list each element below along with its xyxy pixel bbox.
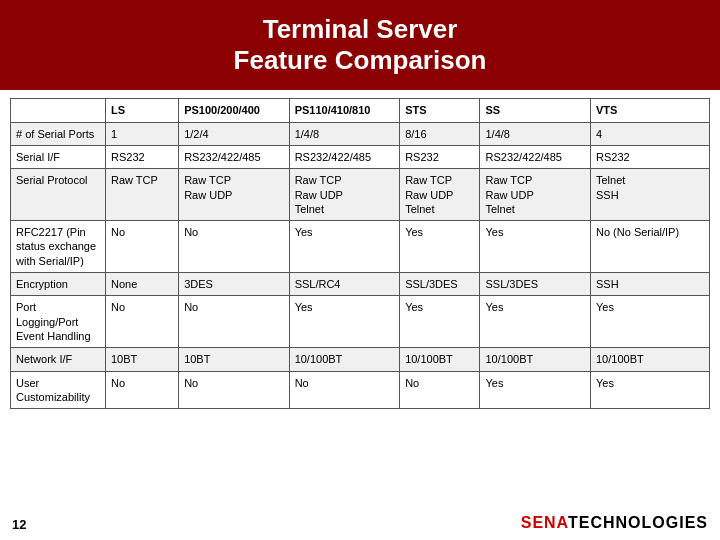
cell-feature: Network I/F xyxy=(11,348,106,371)
cell-ss: 1/4/8 xyxy=(480,122,591,145)
cell-ss: Yes xyxy=(480,221,591,273)
cell-ps110: 10/100BT xyxy=(289,348,400,371)
page-number: 12 xyxy=(12,517,26,532)
cell-sts: Yes xyxy=(400,296,480,348)
cell-ps100: No xyxy=(179,296,290,348)
cell-ss: RS232/422/485 xyxy=(480,145,591,168)
col-feature xyxy=(11,99,106,122)
cell-ls: No xyxy=(106,371,179,409)
cell-ls: 10BT xyxy=(106,348,179,371)
cell-ss: SSL/3DES xyxy=(480,273,591,296)
table-row: # of Serial Ports11/2/41/4/88/161/4/84 xyxy=(11,122,710,145)
cell-ls: No xyxy=(106,221,179,273)
cell-sts: No xyxy=(400,371,480,409)
cell-vts: SSH xyxy=(590,273,709,296)
cell-ps100: Raw TCP Raw UDP xyxy=(179,169,290,221)
cell-sts: Raw TCP Raw UDP Telnet xyxy=(400,169,480,221)
cell-ps110: Yes xyxy=(289,221,400,273)
table-row: Serial ProtocolRaw TCPRaw TCP Raw UDPRaw… xyxy=(11,169,710,221)
logo: SENATECHNOLOGIES xyxy=(521,514,708,532)
cell-ps110: 1/4/8 xyxy=(289,122,400,145)
table-row: Serial I/FRS232RS232/422/485RS232/422/48… xyxy=(11,145,710,168)
col-vts: VTS xyxy=(590,99,709,122)
cell-sts: 10/100BT xyxy=(400,348,480,371)
header: Terminal Server Feature Comparison xyxy=(0,0,720,90)
cell-ps110: SSL/RC4 xyxy=(289,273,400,296)
table-row: Port Logging/Port Event HandlingNoNoYesY… xyxy=(11,296,710,348)
cell-vts: 4 xyxy=(590,122,709,145)
cell-sts: 8/16 xyxy=(400,122,480,145)
table-row: EncryptionNone3DESSSL/RC4SSL/3DESSSL/3DE… xyxy=(11,273,710,296)
header-line2: Feature Comparison xyxy=(10,45,710,76)
cell-feature: User Customizability xyxy=(11,371,106,409)
table-row: RFC2217 (Pin status exchange with Serial… xyxy=(11,221,710,273)
cell-feature: Encryption xyxy=(11,273,106,296)
header-line1: Terminal Server xyxy=(10,14,710,45)
cell-ps110: No xyxy=(289,371,400,409)
cell-ls: None xyxy=(106,273,179,296)
cell-ps110: Yes xyxy=(289,296,400,348)
table-wrapper: LS PS100/200/400 PS110/410/810 STS SS VT… xyxy=(0,90,720,417)
col-ps100: PS100/200/400 xyxy=(179,99,290,122)
cell-ps100: No xyxy=(179,221,290,273)
cell-sts: RS232 xyxy=(400,145,480,168)
cell-ls: RS232 xyxy=(106,145,179,168)
table-row: User CustomizabilityNoNoNoNoYesYes xyxy=(11,371,710,409)
cell-ps100: No xyxy=(179,371,290,409)
cell-ls: 1 xyxy=(106,122,179,145)
cell-feature: # of Serial Ports xyxy=(11,122,106,145)
cell-ps110: RS232/422/485 xyxy=(289,145,400,168)
cell-ss: Raw TCP Raw UDP Telnet xyxy=(480,169,591,221)
cell-vts: Telnet SSH xyxy=(590,169,709,221)
cell-feature: Port Logging/Port Event Handling xyxy=(11,296,106,348)
col-ls: LS xyxy=(106,99,179,122)
cell-ps100: 3DES xyxy=(179,273,290,296)
cell-ss: Yes xyxy=(480,296,591,348)
cell-vts: 10/100BT xyxy=(590,348,709,371)
table-row: Network I/F10BT10BT10/100BT10/100BT10/10… xyxy=(11,348,710,371)
col-sts: STS xyxy=(400,99,480,122)
cell-feature: Serial I/F xyxy=(11,145,106,168)
cell-ps100: RS232/422/485 xyxy=(179,145,290,168)
cell-ss: Yes xyxy=(480,371,591,409)
cell-ps100: 1/2/4 xyxy=(179,122,290,145)
cell-ls: Raw TCP xyxy=(106,169,179,221)
cell-ls: No xyxy=(106,296,179,348)
logo-sena: SENA xyxy=(521,514,568,531)
cell-ps100: 10BT xyxy=(179,348,290,371)
cell-feature: RFC2217 (Pin status exchange with Serial… xyxy=(11,221,106,273)
cell-sts: Yes xyxy=(400,221,480,273)
col-ps110: PS110/410/810 xyxy=(289,99,400,122)
table-header-row: LS PS100/200/400 PS110/410/810 STS SS VT… xyxy=(11,99,710,122)
cell-feature: Serial Protocol xyxy=(11,169,106,221)
logo-technologies: TECHNOLOGIES xyxy=(568,514,708,531)
cell-vts: Yes xyxy=(590,296,709,348)
col-ss: SS xyxy=(480,99,591,122)
comparison-table: LS PS100/200/400 PS110/410/810 STS SS VT… xyxy=(10,98,710,409)
cell-vts: RS232 xyxy=(590,145,709,168)
cell-vts: Yes xyxy=(590,371,709,409)
cell-ps110: Raw TCP Raw UDP Telnet xyxy=(289,169,400,221)
cell-vts: No (No Serial/IP) xyxy=(590,221,709,273)
cell-sts: SSL/3DES xyxy=(400,273,480,296)
cell-ss: 10/100BT xyxy=(480,348,591,371)
